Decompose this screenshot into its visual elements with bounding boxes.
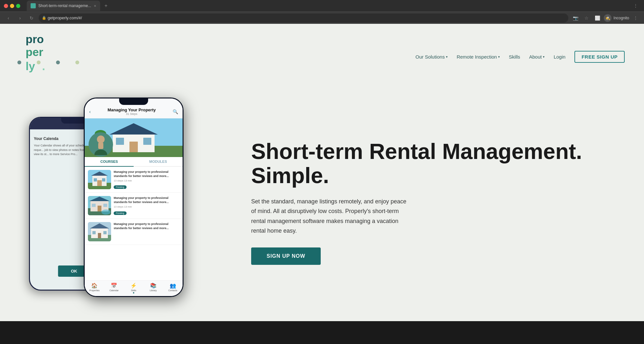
toolbar-icons: 📷 ☆ ⬜ 🕵 Incognito ⋮ (571, 14, 640, 23)
svg-text:ly: ly (25, 60, 35, 72)
bookmark-icon[interactable]: ☆ (582, 14, 591, 23)
svg-rect-138 (98, 143, 103, 149)
svg-rect-161 (103, 204, 107, 207)
nav-login[interactable]: Login (554, 54, 565, 60)
phone-front-notch (119, 98, 148, 105)
remote-arrow-icon: ▾ (498, 55, 500, 59)
nav-about[interactable]: About ▾ (529, 54, 545, 60)
incognito-badge: 🕵 Incognito (604, 14, 629, 22)
svg-rect-160 (92, 204, 96, 207)
maximize-button[interactable] (16, 4, 20, 8)
course-title-2: Managing your property to professional s… (114, 196, 179, 204)
avatar-circle (89, 132, 113, 157)
nav-signup-button[interactable]: FREE SIGN UP (574, 51, 625, 63)
nav-contacts-label: Contacts (168, 289, 177, 292)
screen-search-icon[interactable]: 🔍 (173, 109, 178, 114)
svg-rect-155 (97, 180, 102, 186)
tab-modules[interactable]: MODULES (134, 157, 183, 166)
contacts-icon: 👥 (170, 283, 176, 289)
skills-active-dot (133, 292, 134, 293)
new-tab-button[interactable]: + (101, 1, 110, 10)
person-svg (92, 134, 110, 157)
nav-library[interactable]: 📚 Library (143, 283, 163, 293)
cta-button[interactable]: SIGN UP NOW (251, 247, 321, 265)
nav-calendar-label: Calendar (109, 289, 118, 292)
back-button[interactable]: ‹ (4, 14, 13, 23)
split-view-icon[interactable]: ⬜ (593, 14, 602, 23)
svg-rect-169 (103, 231, 107, 234)
course-card-2[interactable]: Managing your property to professional s… (85, 193, 183, 219)
active-tab[interactable]: Short-term-rental manageme... ✕ (27, 1, 100, 11)
properly-logo: pro per ly . (19, 30, 61, 82)
course-info-2: Managing your property to professional s… (114, 196, 179, 215)
logo-container: pro per ly . (19, 30, 64, 83)
svg-text:pro: pro (25, 33, 44, 45)
solutions-arrow-icon: ▾ (446, 55, 448, 59)
hero-section: 📋 Your Calenda Your Calendar shows all o… (0, 89, 644, 321)
course-meta-2: 13 steps 13 min (114, 205, 179, 208)
tab-favicon (31, 3, 36, 8)
refresh-button[interactable]: ↻ (27, 14, 36, 23)
screen-title: Managing Your Property (108, 107, 156, 112)
course-info-1: Managing your property to professional s… (114, 170, 179, 189)
browser-titlebar: Short-term-rental manageme... ✕ + ⋮ (0, 0, 644, 12)
nav-solutions[interactable]: Our Solutions ▾ (415, 54, 448, 60)
incognito-label: Incognito (613, 16, 629, 20)
phone-notch (61, 118, 87, 124)
close-button[interactable] (4, 4, 8, 8)
svg-point-163 (101, 209, 110, 215)
camera-off-icon: 📷 (571, 14, 580, 23)
course-title-1: Managing your property to professional s… (114, 170, 179, 178)
address-bar-wrapper: 🔒 (39, 14, 568, 23)
properties-icon: 🏠 (91, 283, 98, 289)
screen-title-group: Managing Your Property 31 Steps (108, 107, 156, 116)
course-thumb-3-img (88, 222, 111, 241)
calendar-icon: 📅 (111, 283, 117, 289)
course-thumb-2-img (88, 196, 111, 215)
tab-courses[interactable]: COURSES (85, 157, 134, 167)
course-card-1[interactable]: Managing your property to professional s… (85, 167, 183, 193)
course-list: Managing your property to professional s… (85, 167, 183, 296)
svg-rect-168 (92, 231, 96, 234)
course-badge-1: Pending (114, 185, 127, 189)
nav-library-label: Library (150, 289, 156, 292)
address-input[interactable] (39, 14, 568, 23)
screen-steps: 31 Steps (108, 112, 156, 116)
hero-text: Short-term Rental Management. Simple. Se… (238, 139, 625, 265)
screen-back-btn[interactable]: ‹ (89, 109, 91, 114)
browser-menu-icon[interactable]: ⋮ (631, 14, 640, 23)
hero-title: Short-term Rental Management. Simple. (251, 139, 625, 188)
tab-bar: Short-term-rental manageme... ✕ + (23, 1, 629, 11)
svg-rect-144 (116, 138, 124, 145)
svg-text:per: per (25, 46, 43, 58)
nav-contacts[interactable]: 👥 Contacts (163, 283, 183, 293)
tab-title: Short-term-rental manageme... (38, 4, 91, 8)
svg-rect-153 (94, 178, 97, 181)
nav-skills[interactable]: ⚡ Skills (124, 283, 144, 293)
nav-properties[interactable]: 🏠 Properties (85, 283, 104, 293)
skills-icon: ⚡ (130, 283, 137, 289)
nav-calendar[interactable]: 📅 Calendar (104, 283, 124, 293)
course-thumb-2 (88, 196, 111, 215)
window-menu-icon[interactable]: ⋮ (631, 1, 640, 10)
lock-icon: 🔒 (42, 16, 46, 20)
library-icon: 📚 (150, 283, 156, 289)
forward-button[interactable]: › (15, 14, 24, 23)
avatar-container (89, 132, 113, 157)
course-meta-1: 13 steps 13 min (114, 179, 179, 182)
svg-rect-146 (129, 142, 138, 152)
minimize-button[interactable] (10, 4, 14, 8)
phone-screen: ‹ Managing Your Property 31 Steps 🔍 (85, 98, 183, 296)
course-thumb-3 (88, 222, 111, 241)
incognito-icon: 🕵 (604, 14, 611, 22)
course-card-3[interactable]: Managing your property to professional s… (85, 219, 183, 245)
website-content: pro per ly . Our Solutions ▾ Remote Insp… (0, 24, 644, 321)
phone-mockups: 📋 Your Calenda Your Calendar shows all o… (19, 98, 238, 307)
nav-skills[interactable]: Skills (509, 54, 520, 60)
phone-bottom-nav: 🏠 Properties 📅 Calendar ⚡ Skills (85, 280, 183, 296)
nav-remote-inspection[interactable]: Remote Inspection ▾ (457, 54, 500, 60)
tab-close-icon[interactable]: ✕ (94, 4, 96, 8)
svg-rect-162 (98, 206, 101, 211)
phone-front-mockup: ‹ Managing Your Property 31 Steps 🔍 (84, 98, 184, 297)
browser-toolbar: ‹ › ↻ 🔒 📷 ☆ ⬜ 🕵 Incognito ⋮ (0, 12, 644, 24)
